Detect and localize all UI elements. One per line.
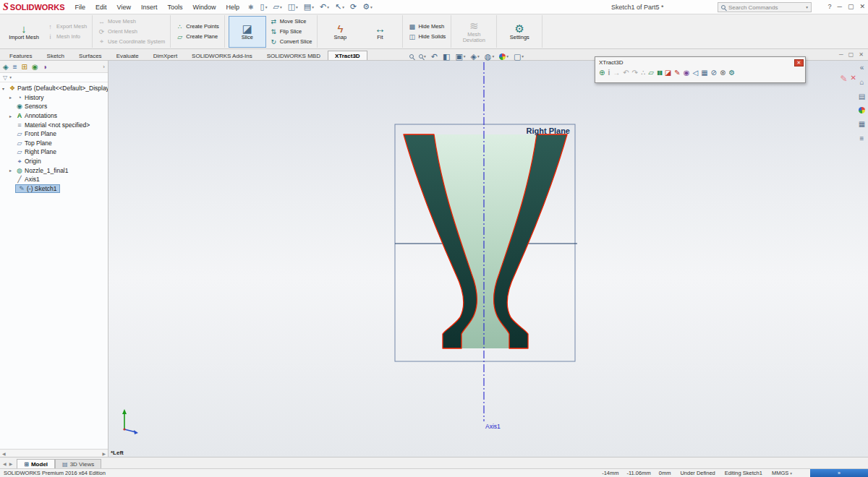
tree-item-top-plane[interactable]: ▱Top Plane bbox=[0, 139, 108, 148]
save-button[interactable]: ◫▾ bbox=[286, 2, 300, 12]
menu-insert[interactable]: Insert bbox=[137, 2, 162, 12]
task-pane-status-tab[interactable]: » bbox=[810, 469, 868, 477]
appearances-icon[interactable] bbox=[859, 107, 865, 113]
doc-minimize-button[interactable]: ─ bbox=[839, 51, 843, 58]
tree-item-history[interactable]: ▸◔History bbox=[0, 93, 108, 103]
expand-arrow-icon[interactable]: ▸ bbox=[9, 113, 14, 119]
tree-item-axis1[interactable]: ╱Axis1 bbox=[0, 175, 108, 184]
palette-points-icon[interactable]: ∴ bbox=[641, 69, 645, 77]
dimxpertmanager-tab-icon[interactable]: ◉ bbox=[32, 63, 38, 71]
tree-item-nozzle-mesh[interactable]: ▸◍Nozzle_1_final1 bbox=[0, 166, 108, 175]
task-pane-collapse-icon[interactable]: « bbox=[860, 64, 864, 72]
nozzle-mesh[interactable] bbox=[404, 134, 567, 348]
hide-solids-button[interactable]: ◫Hide Solids bbox=[407, 32, 447, 41]
displaymanager-tab-icon[interactable]: ◑ bbox=[43, 63, 47, 71]
tab-solidworks-mbd[interactable]: SOLIDWORKS MBD bbox=[260, 51, 328, 60]
palette-redo-icon[interactable]: ↷ bbox=[632, 69, 638, 77]
palette-hide-mesh-icon[interactable]: ⊘ bbox=[711, 69, 717, 77]
edit-appearance-button[interactable]: ▾ bbox=[499, 53, 509, 60]
snap-button[interactable]: ϟ Snap bbox=[321, 16, 359, 48]
cancel-sketch-icon[interactable]: ✕ bbox=[851, 74, 856, 84]
new-document-button[interactable]: ▯▾ bbox=[258, 2, 270, 12]
exit-sketch-icon[interactable]: ✎ bbox=[841, 74, 848, 84]
menu-view[interactable]: View bbox=[113, 2, 135, 12]
palette-forward-icon[interactable]: → bbox=[613, 69, 620, 77]
tab-sketch[interactable]: Sketch bbox=[40, 51, 72, 60]
hide-show-items-button[interactable]: ◍▾ bbox=[485, 52, 494, 61]
help-button[interactable]: ? bbox=[828, 3, 832, 10]
tree-item-right-plane[interactable]: ▱Right Plane bbox=[0, 147, 108, 157]
palette-probe-icon[interactable]: ◉ bbox=[684, 69, 690, 77]
doc-restore-button[interactable]: ▢ bbox=[848, 51, 854, 58]
doc-close-button[interactable]: ✕ bbox=[859, 51, 864, 58]
expand-arrow-icon[interactable]: ▾ bbox=[2, 86, 7, 91]
tree-item-sensors[interactable]: ◉Sensors bbox=[0, 102, 108, 111]
menu-help[interactable]: Help bbox=[222, 2, 244, 12]
palette-close-button[interactable]: ✕ bbox=[794, 59, 804, 66]
palette-mesh-bars-icon[interactable]: ▮▮ bbox=[657, 69, 662, 76]
configurationmanager-tab-icon[interactable]: ⊞ bbox=[22, 63, 27, 71]
slice-button[interactable]: ◪ Slice bbox=[229, 16, 266, 48]
create-points-button[interactable]: ∴Create Points bbox=[174, 22, 220, 31]
orient-mesh-button[interactable]: ⟳Orient Mesh bbox=[96, 27, 166, 36]
palette-pencil-icon[interactable]: ✎ bbox=[674, 69, 680, 77]
palette-plane-icon[interactable]: ▱ bbox=[648, 69, 654, 77]
undo-button[interactable]: ↶▾ bbox=[318, 2, 331, 12]
mesh-deviation-button[interactable]: ≋ Mesh Deviation bbox=[455, 16, 493, 48]
design-library-icon[interactable]: ▤ bbox=[859, 93, 865, 100]
tab-features[interactable]: Features bbox=[2, 51, 40, 60]
hide-mesh-button[interactable]: ▩Hide Mesh bbox=[407, 22, 447, 31]
move-mesh-button[interactable]: ↔Move Mesh bbox=[96, 17, 166, 26]
filter-funnel-icon[interactable]: ▽ bbox=[3, 74, 7, 81]
palette-hide-solid-icon[interactable]: ⊗ bbox=[720, 69, 726, 77]
expand-arrow-icon[interactable]: ▸ bbox=[9, 95, 14, 100]
resources-icon[interactable]: ⌂ bbox=[859, 78, 864, 86]
export-mesh-button[interactable]: ↑Export Mesh bbox=[45, 22, 88, 31]
section-view-button[interactable]: ◧ bbox=[443, 52, 450, 61]
open-button[interactable]: ▱▾ bbox=[271, 2, 284, 12]
expand-arrow-icon[interactable]: ▸ bbox=[9, 168, 14, 173]
flip-slice-button[interactable]: ⇅Flip Slice bbox=[268, 27, 314, 36]
view-palette-icon[interactable]: ▦ bbox=[859, 120, 865, 128]
tab-3d-views[interactable]: ▤ 3D Views bbox=[55, 459, 101, 468]
move-slice-button[interactable]: ⇄Move Slice bbox=[268, 17, 314, 26]
options-button[interactable]: ⚙▾ bbox=[360, 2, 375, 12]
mesh-info-button[interactable]: iMesh Info bbox=[45, 32, 88, 41]
search-input[interactable]: Search Commands ▾ bbox=[718, 2, 812, 12]
custom-properties-icon[interactable]: ≡ bbox=[860, 134, 864, 142]
tree-item-origin[interactable]: ⌖Origin bbox=[0, 157, 108, 166]
scroll-right-icon[interactable]: ▶ bbox=[102, 451, 106, 456]
propertymanager-tab-icon[interactable]: ≡ bbox=[13, 63, 17, 71]
graphics-area[interactable]: Right Plane Axis1 *Left bbox=[109, 61, 868, 457]
create-plane-button[interactable]: ▱Create Plane bbox=[174, 32, 220, 41]
palette-slice-icon[interactable]: ◪ bbox=[665, 69, 671, 77]
display-style-button[interactable]: ◈▾ bbox=[471, 52, 480, 61]
menu-file[interactable]: File bbox=[71, 2, 90, 12]
palette-settings-gear-icon[interactable]: ⚙ bbox=[728, 69, 735, 77]
palette-table-icon[interactable]: ▦ bbox=[701, 69, 707, 77]
filter-caret-icon[interactable]: ▾ bbox=[9, 75, 12, 80]
settings-button[interactable]: ⚙ Settings bbox=[501, 16, 538, 48]
scroll-left-icon[interactable]: ◀ bbox=[2, 451, 6, 456]
use-coordinate-system-button[interactable]: ⌖Use Coordinate System bbox=[96, 37, 166, 46]
palette-info-icon[interactable]: i bbox=[608, 69, 610, 77]
tab-model[interactable]: ⊞ Model bbox=[17, 459, 55, 468]
print-button[interactable]: ▤▾ bbox=[302, 2, 316, 12]
xtract3d-palette[interactable]: XTract3D ✕ ⊕ i → ↶ ↷ ∴ ▱ ▮▮ ◪ ✎ ◉ ◁ ▦ ⊘ … bbox=[595, 56, 806, 83]
import-mesh-button[interactable]: ↓ Import Mesh bbox=[5, 16, 43, 48]
tab-scroll-right-icon[interactable]: ▶ bbox=[9, 461, 13, 466]
convert-slice-button[interactable]: ↻Convert Slice bbox=[268, 37, 314, 46]
tree-item-material[interactable]: ≡Material <not specified> bbox=[0, 120, 108, 129]
menu-window[interactable]: Window bbox=[189, 2, 221, 12]
tree-item-sketch1[interactable]: ✎(-) Sketch1 bbox=[0, 184, 108, 194]
close-button[interactable]: ✕ bbox=[859, 3, 865, 10]
tab-evaluate[interactable]: Evaluate bbox=[109, 51, 146, 60]
select-button[interactable]: ↖▾ bbox=[333, 2, 346, 12]
previous-view-button[interactable]: ↶ bbox=[431, 52, 438, 61]
tab-surfaces[interactable]: Surfaces bbox=[72, 51, 109, 60]
rebuild-button[interactable]: ⟳ bbox=[348, 2, 359, 12]
view-orientation-button[interactable]: ▣▾ bbox=[455, 52, 465, 61]
tree-item-annotations[interactable]: ▸AAnnotations bbox=[0, 111, 108, 121]
tab-xtract3d[interactable]: XTract3D bbox=[328, 51, 367, 60]
maximize-button[interactable]: ▢ bbox=[848, 3, 854, 10]
